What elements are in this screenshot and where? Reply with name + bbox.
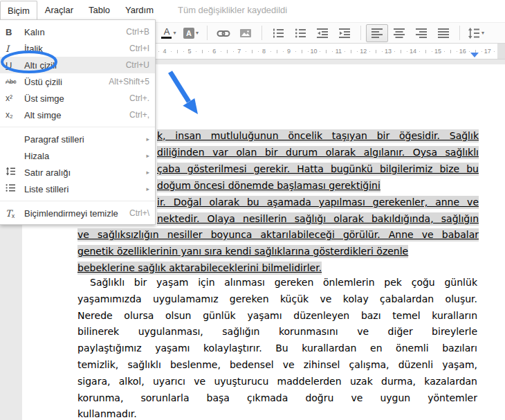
ruler-tick	[369, 51, 370, 52]
align-center-button[interactable]	[388, 24, 410, 42]
menu-item-align[interactable]: Hizala ▸	[0, 147, 155, 164]
text-line[interactable]: genetik özelliklerinin yanı sıra kendi s…	[77, 245, 479, 258]
text-line[interactable]: korunma, sorunlarla başa çıkmada doğru v…	[77, 392, 477, 405]
increase-indent-icon	[338, 27, 351, 39]
menu-item-shortcut: Ctrl+.	[129, 93, 149, 103]
ruler-tick	[233, 51, 234, 52]
ruler-tick	[246, 51, 246, 52]
ruler-tick	[177, 50, 178, 53]
menu-item-list-styles[interactable]: Liste stilleri ▸	[0, 181, 155, 197]
clear-formatting-icon: Tx	[6, 208, 24, 219]
text-line[interactable]: k, insan mutluluğunun öncelik taşıyan bi…	[157, 129, 479, 143]
ruler-tick	[351, 50, 351, 53]
highlight-color-button[interactable]: A ▾	[180, 24, 202, 42]
menu-item-label: Alt simge	[24, 110, 61, 120]
text-line[interactable]: çaba gösterilmesi gerekir. Hatta bugünkü…	[157, 163, 479, 176]
text-line[interactable]: paylaştığımız yaşamı kolaylaştırır. Bu k…	[77, 342, 477, 355]
ruler-tick	[357, 51, 358, 52]
text-line[interactable]: Sağlıklı bir yaşam için alınması gereken…	[77, 276, 477, 289]
italic-icon: I	[6, 44, 24, 54]
ruler-margin-area	[497, 44, 505, 59]
ruler-tick	[401, 50, 401, 53]
chevron-down-icon: ▾	[173, 30, 176, 36]
text-line[interactable]: ir. Doğal olarak bu aşamada yapılması ge…	[157, 196, 479, 209]
menu-item-shortcut: Ctrl+,	[129, 110, 149, 120]
menu-item-label: Üstü çizili	[24, 77, 62, 87]
ruler-tick	[394, 51, 395, 52]
menu-tools[interactable]: Araçlar	[37, 1, 81, 19]
text-line[interactable]: kullanmadır.	[77, 408, 477, 420]
menu-item-shortcut: Alt+Shift+5	[109, 77, 149, 86]
menu-item-italic[interactable]: I İtalik Ctrl+I	[0, 40, 155, 57]
align-justify-icon	[437, 27, 450, 39]
ruler-number: 4	[163, 48, 166, 55]
ruler-tick	[227, 50, 228, 53]
text-line[interactable]: bebeklerine sağlık aktarabileceklerini b…	[77, 262, 479, 275]
ruler-tick	[494, 51, 495, 52]
ruler-tick	[208, 51, 209, 52]
ruler-number: 9	[287, 48, 291, 55]
ruler-number: 17	[484, 48, 491, 55]
ruler-number: 10	[310, 48, 317, 55]
align-justify-button[interactable]	[432, 24, 454, 42]
text-line[interactable]: bilinerek uygulanması, sağlığın korunmas…	[77, 325, 477, 338]
ruler-tick	[196, 51, 196, 52]
image-icon	[239, 27, 252, 39]
ruler-tick	[469, 51, 470, 52]
text-line[interactable]: nektedir. Olaya nesillerin sağlığı olara…	[157, 212, 479, 226]
menu-item-shortcut: Ctrl+\	[129, 208, 149, 218]
ruler-tick	[295, 51, 296, 52]
menu-help[interactable]: Yardım	[118, 1, 161, 19]
text-line[interactable]: Nerede olursa olsun günlük yaşamı düzenl…	[77, 309, 477, 322]
ruler-tick	[332, 51, 333, 52]
menu-item-paragraph-styles[interactable]: Paragraf stilleri ▸	[0, 131, 155, 147]
menu-item-shortcut: Ctrl+U	[126, 60, 149, 70]
text-line[interactable]: ve sağlıksızlığın nesiller boyunca aktar…	[77, 228, 479, 241]
align-left-button[interactable]	[366, 24, 388, 42]
subscript-icon: x₂	[6, 110, 24, 120]
menu-item-subscript[interactable]: x₂ Alt simge Ctrl+,	[0, 107, 155, 123]
menu-table[interactable]: Tablo	[81, 1, 118, 19]
bulleted-list-button[interactable]	[289, 24, 311, 42]
line-spacing-button[interactable]: ▾	[465, 24, 487, 42]
numbered-list-button[interactable]	[267, 24, 289, 42]
ruler-number: 11	[336, 48, 342, 55]
save-status: Tüm değişiklikler kaydedildi	[178, 0, 287, 20]
menu-item-label: Hizala	[24, 151, 49, 161]
menu-item-clear-formatting[interactable]: Tx Biçimlendirmeyi temizle Ctrl+\	[0, 205, 155, 221]
text-line[interactable]: diliğinden var olan bir durum olarak alg…	[157, 146, 479, 159]
menu-item-superscript[interactable]: x² Üst simge Ctrl+.	[0, 90, 155, 107]
menu-item-line-spacing[interactable]: Satır aralığı ▸	[0, 164, 155, 181]
menu-item-underline[interactable]: U Altı çizili Ctrl+U	[0, 57, 155, 73]
menu-item-strikethrough[interactable]: Abc Üstü çizili Alt+Shift+5	[0, 73, 155, 90]
chevron-down-icon: ▾	[196, 30, 199, 36]
menu-item-shortcut: Ctrl+B	[126, 27, 149, 37]
ruler-tick	[326, 50, 327, 53]
text-line[interactable]: temizlik, sağlıklı beslenme, bedensel ve…	[77, 358, 477, 372]
align-right-button[interactable]	[410, 24, 432, 42]
underline-icon: U	[6, 60, 24, 71]
insert-link-button[interactable]	[212, 24, 235, 42]
increase-indent-button[interactable]	[333, 24, 356, 42]
ruler-number: 14	[410, 48, 416, 55]
right-indent-marker[interactable]	[470, 53, 479, 57]
menu-item-label: Altı çizili	[24, 60, 57, 71]
text-color-button[interactable]: A ▾	[158, 24, 180, 42]
line-spacing-icon	[6, 167, 24, 178]
align-right-icon	[415, 27, 428, 39]
ruler-tick	[432, 51, 432, 52]
insert-image-button[interactable]	[235, 24, 257, 42]
ruler-tick	[425, 50, 426, 53]
ruler-number: 16	[459, 48, 466, 55]
ruler-tick	[258, 51, 259, 52]
decrease-indent-button[interactable]	[311, 24, 333, 42]
text-line[interactable]: sigara, alkol, uyarıcı ve uyuşturucu mad…	[77, 375, 477, 388]
ruler-tick	[277, 50, 277, 53]
menu-item-label: Paragraf stilleri	[24, 134, 84, 145]
highlight-color-icon: A	[183, 28, 194, 39]
menu-item-bold[interactable]: B Kalın Ctrl+B	[0, 24, 155, 40]
text-line[interactable]: yaşamımızda uygulamamız gereken küçük ve…	[77, 293, 477, 306]
text-line[interactable]: doğum öncesi dönemde başlaması gerektiği…	[157, 179, 479, 192]
ruler-tick	[382, 51, 383, 52]
ruler-tick	[345, 51, 345, 52]
